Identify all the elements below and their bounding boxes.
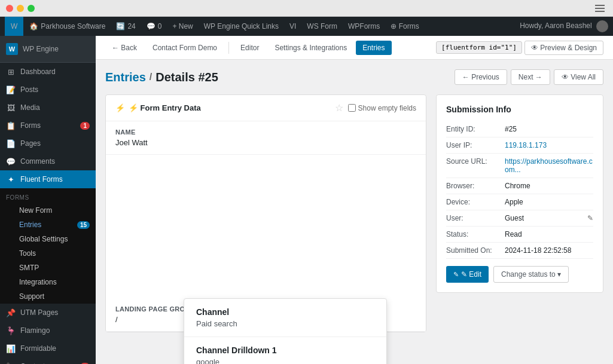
maximize-button[interactable] bbox=[28, 5, 35, 12]
wp-logo[interactable]: W bbox=[5, 17, 23, 36]
edit-icon: ✎ bbox=[453, 271, 459, 279]
show-empty-checkbox[interactable] bbox=[348, 104, 356, 112]
user-row: User: Guest ✎ bbox=[446, 210, 593, 227]
sidebar-item-posts[interactable]: 📝 Posts bbox=[0, 81, 96, 99]
form-entry-header: ⚡ ⚡ Form Entry Data ☆ Show empty fields bbox=[106, 95, 426, 121]
comments-icon: 💬 bbox=[6, 157, 16, 166]
submenu-integrations[interactable]: Integrations bbox=[0, 275, 96, 289]
breadcrumb-separator: / bbox=[150, 72, 152, 82]
show-empty-toggle[interactable]: Show empty fields bbox=[348, 104, 416, 112]
next-button[interactable]: Next → bbox=[511, 69, 550, 85]
utm-icon: 📌 bbox=[6, 308, 16, 317]
source-url-row: Source URL: https://parkhousesoftware.co… bbox=[446, 154, 593, 178]
site-icon: 🏠 bbox=[29, 22, 38, 30]
site-name[interactable]: 🏠 Parkhouse Software bbox=[25, 17, 110, 36]
nav-divider bbox=[228, 42, 229, 54]
wp-engine-links[interactable]: WP Engine Quick Links bbox=[199, 17, 283, 36]
form-fields-area: Channel Paid search Channel Drilldown 1 … bbox=[106, 155, 426, 298]
source-url-link[interactable]: https://parkhousesoftware.com... bbox=[505, 157, 593, 174]
previous-button[interactable]: ← Previous bbox=[455, 69, 507, 85]
page-content: Entries / Details #25 ← Previous Next → … bbox=[96, 60, 613, 364]
tooltip-item-0: Channel Paid search bbox=[184, 299, 386, 337]
sidebar-item-utm-pages[interactable]: 📌 UTM Pages bbox=[0, 304, 96, 322]
minimize-button[interactable] bbox=[17, 5, 24, 12]
submenu-global-settings[interactable]: Global Settings bbox=[0, 232, 96, 246]
hamburger-menu[interactable] bbox=[593, 2, 607, 14]
forms-section-label: Forms bbox=[0, 188, 96, 203]
tooltip-dropdown: Channel Paid search Channel Drilldown 1 … bbox=[184, 298, 387, 364]
sidebar-item-dashboard[interactable]: ⊞ Dashboard bbox=[0, 63, 96, 81]
title-bar bbox=[0, 0, 613, 17]
sidebar-brand: W WP Engine bbox=[0, 36, 96, 63]
media-icon: 🖼 bbox=[6, 103, 16, 112]
page-header: Entries / Details #25 ← Previous Next → … bbox=[105, 69, 603, 85]
entries-breadcrumb-link[interactable]: Entries bbox=[105, 71, 146, 84]
submenu-smtp[interactable]: SMTP bbox=[0, 261, 96, 275]
tab-settings-integrations[interactable]: Settings & Integrations bbox=[268, 41, 353, 55]
sidebar-item-comments[interactable]: 💬 Comments bbox=[0, 152, 96, 170]
forms-link[interactable]: ⊕ Forms bbox=[386, 17, 423, 36]
card-header-actions: ☆ Show empty fields bbox=[335, 102, 416, 114]
side-column: Submission Info Entity ID: #25 User IP: … bbox=[436, 94, 603, 332]
fluent-forms-icon: ✦ bbox=[6, 175, 16, 184]
browser-row: Browser: Chrome bbox=[446, 178, 593, 194]
forms-submenu: Forms New Form Entries 15 Global Setting… bbox=[0, 188, 96, 304]
user-ip-link[interactable]: 119.18.1.173 bbox=[505, 141, 593, 149]
view-all-button[interactable]: 👁 View All bbox=[554, 69, 603, 85]
close-button[interactable] bbox=[6, 5, 13, 12]
user-edit-icon[interactable]: ✎ bbox=[587, 214, 593, 222]
tab-entries[interactable]: Entries bbox=[356, 41, 391, 55]
admin-bar: W 🏠 Parkhouse Software 🔄 24 💬 0 + New WP… bbox=[0, 17, 613, 36]
forms-icon: 📋 bbox=[6, 121, 16, 130]
form-entry-title: ⚡ ⚡ Form Entry Data bbox=[115, 103, 201, 112]
ws-form-link[interactable]: WS Form bbox=[302, 17, 342, 36]
pages-icon: 📄 bbox=[6, 139, 16, 148]
info-card-actions: ✎ ✎ Edit Change status to ▾ bbox=[446, 266, 593, 283]
submenu-tools[interactable]: Tools bbox=[0, 246, 96, 261]
sidebar-item-pages[interactable]: 📄 Pages bbox=[0, 134, 96, 152]
tooltip-item-1: Channel Drilldown 1 google bbox=[184, 337, 386, 364]
sidebar-item-flamingo[interactable]: 🦩 Flamingo bbox=[0, 322, 96, 339]
updates-count[interactable]: 🔄 24 bbox=[111, 17, 140, 36]
page-navigation: ← Previous Next → 👁 View All bbox=[455, 69, 603, 85]
submenu-entries[interactable]: Entries 15 bbox=[0, 218, 96, 232]
form-entry-card: ⚡ ⚡ Form Entry Data ☆ Show empty fields bbox=[105, 94, 426, 332]
page-title: Details #25 bbox=[155, 71, 218, 84]
wpforms-link[interactable]: WPForms bbox=[343, 17, 385, 36]
status-row: Status: Read bbox=[446, 227, 593, 243]
comments-count[interactable]: 💬 0 bbox=[142, 17, 167, 36]
two-column-layout: ⚡ ⚡ Form Entry Data ☆ Show empty fields bbox=[105, 94, 603, 332]
sidebar: W WP Engine ⊞ Dashboard 📝 Posts 🖼 Media … bbox=[0, 36, 96, 364]
sidebar-item-fluent-forms[interactable]: ✦ Fluent Forms bbox=[0, 170, 96, 188]
preview-design-button[interactable]: 👁 Preview & Design bbox=[524, 41, 603, 55]
user-greeting: Howdy, Aaron Beashel bbox=[520, 20, 608, 32]
vi-plugin[interactable]: VI bbox=[285, 17, 301, 36]
star-icon[interactable]: ☆ bbox=[335, 102, 343, 114]
new-content[interactable]: + New bbox=[167, 17, 197, 36]
tab-editor[interactable]: Editor bbox=[234, 41, 266, 55]
sidebar-item-formidable[interactable]: 📊 Formidable bbox=[0, 339, 96, 357]
sub-navigation: ← Back Contact Form Demo Editor Settings… bbox=[96, 36, 613, 60]
shortcode-snippet[interactable]: [fluentform id="1"] bbox=[436, 41, 522, 54]
posts-icon: 📝 bbox=[6, 85, 16, 94]
contact-icon: 📞 bbox=[6, 362, 16, 364]
edit-button[interactable]: ✎ ✎ Edit bbox=[446, 266, 489, 283]
entity-id-row: Entity ID: #25 bbox=[446, 121, 593, 137]
form-name-link[interactable]: Contact Form Demo bbox=[146, 41, 224, 55]
name-field: Name Joel Watt bbox=[106, 121, 426, 155]
submission-info-title: Submission Info bbox=[446, 105, 593, 114]
main-column: ⚡ ⚡ Form Entry Data ☆ Show empty fields bbox=[105, 94, 426, 332]
wp-engine-icon: W bbox=[6, 43, 18, 55]
dashboard-icon: ⊞ bbox=[6, 67, 16, 77]
back-button[interactable]: ← Back bbox=[105, 41, 144, 55]
formidable-icon: 📊 bbox=[6, 344, 16, 353]
sidebar-item-media[interactable]: 🖼 Media bbox=[0, 99, 96, 117]
user-avatar bbox=[596, 20, 608, 32]
submission-info-card: Submission Info Entity ID: #25 User IP: … bbox=[436, 94, 603, 293]
submenu-new-form[interactable]: New Form bbox=[0, 203, 96, 218]
device-row: Device: Apple bbox=[446, 194, 593, 210]
change-status-button[interactable]: Change status to ▾ bbox=[493, 266, 569, 283]
submenu-support[interactable]: Support bbox=[0, 289, 96, 304]
sidebar-item-contact[interactable]: 📞 Contact 1 bbox=[0, 357, 96, 364]
sidebar-item-forms[interactable]: 📋 Forms 1 bbox=[0, 117, 96, 134]
